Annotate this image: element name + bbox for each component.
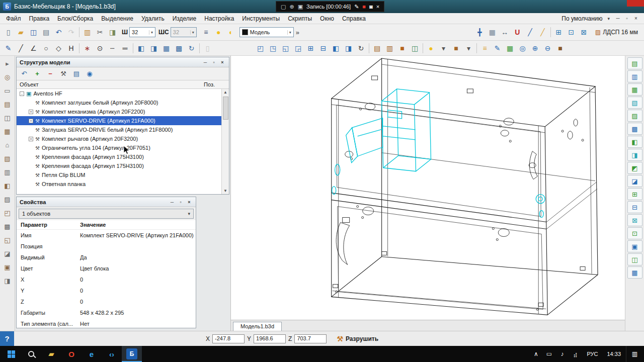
- right-tool-5-icon[interactable]: ▨: [627, 110, 642, 122]
- property-value[interactable]: Нет: [80, 321, 196, 327]
- open-file-icon[interactable]: ▰: [15, 26, 27, 38]
- panel-view-icon[interactable]: ◫: [409, 42, 421, 54]
- view-top-icon[interactable]: ⊞: [304, 42, 317, 54]
- recorder-display-icon[interactable]: ▢: [281, 4, 286, 10]
- lamp-on-icon[interactable]: ●: [212, 26, 225, 38]
- circle-tool-icon[interactable]: ○: [40, 42, 52, 54]
- tree-row[interactable]: ⚒Ответная планка: [17, 179, 221, 189]
- left-tool-5-icon[interactable]: ◫: [1, 111, 14, 124]
- mirror-v-icon[interactable]: ◨: [147, 42, 160, 54]
- panel-float-icon[interactable]: ▫: [210, 60, 217, 65]
- trim-icon[interactable]: ┄: [106, 42, 119, 54]
- taskbar-search-button[interactable]: [21, 346, 41, 362]
- width-combo[interactable]: 32 ▾: [129, 27, 155, 37]
- view-left-icon[interactable]: ◱: [279, 42, 292, 54]
- profile-selector[interactable]: По умолчанию ▾: [561, 15, 610, 22]
- property-row[interactable]: ВидимыйДа: [17, 252, 196, 263]
- viewport-tab[interactable]: Модель1.b3d: [233, 322, 282, 331]
- right-tool-4-icon[interactable]: ▧: [627, 97, 642, 109]
- tree-root-row[interactable]: -▣Aventos HF: [17, 89, 221, 98]
- tree-row[interactable]: +⚒Комплект рычагов (Артикул 20F3200): [17, 134, 221, 143]
- file-explorer-icon[interactable]: ▰: [41, 346, 61, 362]
- spline-tool-icon[interactable]: ✎: [2, 42, 15, 54]
- layers-icon[interactable]: ≡: [200, 26, 212, 38]
- recorder-zoom-icon[interactable]: ⊕: [289, 4, 294, 10]
- array-rect-icon[interactable]: ▦: [160, 42, 173, 54]
- fit-view-icon[interactable]: ⊞: [552, 26, 565, 38]
- tree-row[interactable]: ⚒Петля Clip BLUM: [17, 170, 221, 179]
- right-tool-2-icon[interactable]: ▥: [627, 70, 642, 82]
- structure-tree-icon[interactable]: ≡: [478, 42, 491, 54]
- recorder-close-icon[interactable]: ×: [376, 4, 379, 10]
- lamp-lock-icon[interactable]: ◐: [225, 26, 237, 38]
- block-mode-icon[interactable]: ■: [450, 42, 462, 54]
- panel-close-icon[interactable]: ×: [186, 200, 193, 205]
- mode-combo[interactable]: Модель ▾: [239, 27, 294, 37]
- menu-item-8[interactable]: Инструменты: [238, 14, 284, 23]
- zoom-window-icon[interactable]: ⊠: [578, 26, 590, 38]
- right-tool-8-icon[interactable]: ◨: [627, 149, 642, 161]
- tray-display-icon[interactable]: ▭: [542, 346, 555, 362]
- solid-view-icon[interactable]: ■: [396, 42, 409, 54]
- zoom-out-icon[interactable]: ⊖: [541, 42, 554, 54]
- undo-icon[interactable]: ↶: [52, 26, 65, 38]
- tree-remove-icon[interactable]: −: [45, 68, 56, 79]
- left-tool-13-icon[interactable]: ▩: [1, 220, 14, 233]
- light-icon[interactable]: ●: [425, 42, 437, 54]
- texture-wood-icon[interactable]: ▤: [371, 42, 383, 54]
- bazis-app-icon[interactable]: Б: [122, 346, 142, 362]
- left-tool-7-icon[interactable]: ⌂: [1, 138, 14, 151]
- dimension-icon[interactable]: ↔: [499, 26, 511, 38]
- snap-grid-icon[interactable]: ∗: [81, 42, 94, 54]
- property-value[interactable]: 0: [80, 288, 196, 294]
- left-tool-1-icon[interactable]: ▸: [1, 57, 14, 70]
- light-dropdown-icon[interactable]: ▾: [437, 42, 450, 54]
- right-tool-15-icon[interactable]: ▣: [627, 240, 642, 252]
- right-tool-1-icon[interactable]: ▤: [627, 57, 642, 69]
- right-tool-12-icon[interactable]: ⊟: [627, 201, 642, 213]
- find-doc-icon[interactable]: ◎: [516, 42, 529, 54]
- property-value[interactable]: 548 x 428.2 x 295: [80, 310, 196, 316]
- property-value[interactable]: Да: [80, 254, 196, 260]
- menu-item-3[interactable]: Блок/Сборка: [53, 14, 97, 23]
- tree-row[interactable]: ⚒Ограничитель угла 104 (Артикул 20F7051): [17, 143, 221, 152]
- edit-pencil-icon[interactable]: ✎: [491, 42, 504, 54]
- tree-row[interactable]: +⚒Комплект SERVO-DRIVE (Артикул 21FA000): [17, 116, 221, 125]
- tree-row[interactable]: ⚒Комплект заглушек белый (Артикул 20F800…: [17, 98, 221, 107]
- property-row[interactable]: X0: [17, 274, 196, 285]
- z-coordinate-input[interactable]: 703.7: [294, 334, 327, 343]
- doc-minimize-icon[interactable]: ─: [614, 16, 622, 21]
- collapse-icon[interactable]: -: [20, 92, 24, 96]
- left-tool-15-icon[interactable]: ◪: [1, 247, 14, 260]
- view-bottom-icon[interactable]: ⊟: [317, 42, 330, 54]
- property-value[interactable]: Цвет блока: [80, 265, 196, 272]
- property-row[interactable]: ЦветЦвет блока: [17, 263, 196, 274]
- expand-icon[interactable]: +: [29, 137, 33, 141]
- panel-close-icon[interactable]: ×: [219, 60, 226, 65]
- texture-shade-icon[interactable]: ▥: [383, 42, 396, 54]
- right-tool-16-icon[interactable]: ◫: [627, 253, 642, 265]
- rotate-icon[interactable]: ↻: [185, 42, 198, 54]
- block-dropdown-icon[interactable]: ▾: [462, 42, 475, 54]
- menu-item-5[interactable]: Удалить: [137, 14, 169, 23]
- language-indicator[interactable]: РУС: [583, 351, 602, 357]
- left-tool-14-icon[interactable]: ◱: [1, 233, 14, 246]
- panel-float-icon[interactable]: ▫: [177, 200, 184, 205]
- notification-center-icon[interactable]: ▥: [626, 346, 643, 362]
- property-row[interactable]: Габариты548 x 428.2 x 295: [17, 307, 196, 318]
- left-tool-8-icon[interactable]: ▧: [1, 152, 14, 165]
- scrollbar-thumb[interactable]: [223, 97, 228, 120]
- right-tool-7-icon[interactable]: ◧: [627, 136, 642, 148]
- left-tool-17-icon[interactable]: ◨: [1, 274, 14, 287]
- right-tool-9-icon[interactable]: ◩: [627, 162, 642, 174]
- new-file-icon[interactable]: ▯: [2, 26, 15, 38]
- close-button[interactable]: [627, 0, 644, 7]
- view-right-icon[interactable]: ◲: [292, 42, 304, 54]
- menu-item-7[interactable]: Настройка: [200, 14, 238, 23]
- panel-edit-icon[interactable]: ◨: [106, 26, 119, 38]
- menu-item-4[interactable]: Выделение: [97, 14, 137, 23]
- scroll-up-icon[interactable]: ▲: [223, 89, 227, 96]
- edge-browser-icon[interactable]: e: [82, 346, 102, 362]
- menu-item-9[interactable]: Скрипты: [284, 14, 316, 23]
- property-row[interactable]: Z0: [17, 296, 196, 307]
